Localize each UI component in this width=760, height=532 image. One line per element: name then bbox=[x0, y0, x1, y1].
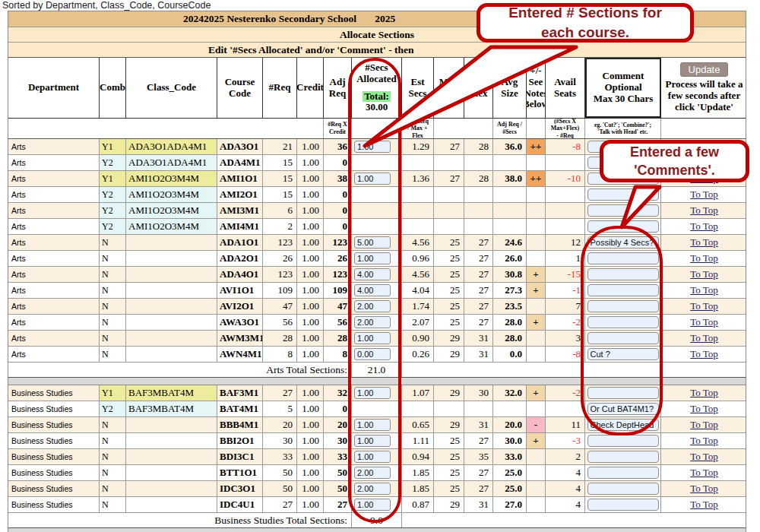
to-top-link[interactable]: To Top bbox=[690, 451, 718, 463]
comment-input[interactable] bbox=[587, 348, 659, 360]
table-row: ArtsNAVI1O11091.001094.04252727.3+-1To T… bbox=[8, 283, 746, 299]
to-top-link[interactable]: To Top bbox=[690, 403, 718, 415]
class-code-cell bbox=[126, 283, 217, 298]
sub-header-blank3 bbox=[527, 119, 546, 138]
comb-cell: N bbox=[100, 315, 126, 330]
col-header-avg-size: Avg Size bbox=[493, 58, 527, 118]
secs-allocated-input[interactable] bbox=[354, 284, 391, 296]
comment-input[interactable] bbox=[587, 284, 659, 296]
comment-input[interactable] bbox=[587, 467, 659, 479]
plus-minus-cell bbox=[527, 235, 546, 250]
comment-input[interactable] bbox=[587, 419, 659, 431]
table-row: Business StudiesNBBI2O1301.00301.1125273… bbox=[8, 433, 746, 449]
est-secs-cell: 0.87 bbox=[402, 497, 434, 512]
secs-allocated-input[interactable] bbox=[354, 173, 391, 185]
to-top-link[interactable]: To Top bbox=[690, 332, 718, 344]
comment-input[interactable] bbox=[587, 387, 659, 399]
avg-size-cell bbox=[493, 203, 527, 218]
class-code-cell: AMI1O2O3M4M bbox=[126, 219, 217, 234]
max-size-cell bbox=[434, 203, 464, 218]
secs-allocated-input[interactable] bbox=[354, 236, 391, 249]
class-code-cell: BAF3MBAT4M bbox=[126, 401, 217, 416]
adj-req-cell: 0 bbox=[324, 219, 352, 234]
secs-allocated-input[interactable] bbox=[354, 435, 391, 447]
comment-input[interactable] bbox=[587, 451, 659, 463]
secs-allocated-input[interactable] bbox=[354, 300, 391, 312]
secs-allocated-input[interactable] bbox=[354, 419, 391, 431]
avg-size-cell: 25.0 bbox=[493, 465, 527, 480]
max-size-cell: 25 bbox=[434, 481, 464, 496]
comment-input[interactable] bbox=[587, 252, 659, 264]
to-top-link[interactable]: To Top bbox=[690, 188, 718, 201]
comment-input[interactable] bbox=[587, 236, 659, 249]
comment-input[interactable] bbox=[587, 483, 659, 495]
course-code-cell: ADA4O1 bbox=[217, 267, 263, 282]
adj-req-cell: 36 bbox=[324, 139, 352, 154]
comment-input[interactable] bbox=[587, 268, 659, 280]
max-size-cell: 29 bbox=[434, 331, 464, 346]
plus-minus-cell bbox=[527, 465, 546, 480]
update-button[interactable]: Update bbox=[680, 62, 729, 77]
sub-header-blank4 bbox=[661, 119, 747, 138]
secs-allocated-input[interactable] bbox=[354, 467, 391, 479]
credit-cell: 1.00 bbox=[297, 203, 324, 218]
to-top-link[interactable]: To Top bbox=[690, 204, 718, 217]
secs-allocated-input[interactable] bbox=[354, 316, 391, 328]
secs-allocated-input[interactable] bbox=[354, 141, 391, 153]
to-top-link[interactable]: To Top bbox=[690, 467, 718, 479]
course-code-cell: BAT4M1 bbox=[217, 401, 263, 416]
to-top-link[interactable]: To Top bbox=[690, 387, 718, 399]
to-top-link[interactable]: To Top bbox=[690, 316, 718, 328]
secs-allocated-input[interactable] bbox=[354, 252, 391, 264]
max-flex-cell: 35 bbox=[464, 449, 493, 464]
col-header-max-flex: Max Flex bbox=[464, 58, 493, 118]
comment-input[interactable] bbox=[587, 188, 659, 201]
avail-seats-cell: 2 bbox=[546, 449, 585, 464]
to-top-link[interactable]: To Top bbox=[690, 499, 718, 511]
to-top-link[interactable]: To Top bbox=[690, 236, 718, 249]
department-cell: Arts bbox=[8, 347, 100, 362]
to-top-link[interactable]: To Top bbox=[690, 220, 718, 233]
comment-input[interactable] bbox=[587, 220, 659, 233]
comment-input[interactable] bbox=[587, 403, 659, 415]
comment-input[interactable] bbox=[587, 332, 659, 344]
secs-allocated-input[interactable] bbox=[354, 348, 391, 360]
course-code-cell: BBB4M1 bbox=[217, 417, 263, 432]
avail-seats-cell: -2 bbox=[546, 385, 585, 401]
num-req-cell: 6 bbox=[263, 203, 297, 218]
department-cell: Arts bbox=[8, 187, 100, 202]
comment-input[interactable] bbox=[587, 316, 659, 328]
max-flex-cell: 31 bbox=[464, 417, 493, 432]
avail-seats-cell: -15 bbox=[546, 267, 585, 282]
secs-allocated-input[interactable] bbox=[354, 387, 391, 399]
secs-allocated-input[interactable] bbox=[354, 332, 391, 344]
to-top-link[interactable]: To Top bbox=[690, 268, 718, 280]
sort-order-note: Sorted by Department, Class_Code, Course… bbox=[2, 0, 211, 11]
secs-allocated-input[interactable] bbox=[354, 451, 391, 463]
secs-total-value: 30.00 bbox=[366, 102, 388, 113]
comment-input[interactable] bbox=[587, 204, 659, 217]
comment-cell bbox=[585, 299, 661, 314]
comment-input[interactable] bbox=[587, 300, 659, 312]
secs-allocated-cell bbox=[352, 171, 402, 186]
to-top-link[interactable]: To Top bbox=[690, 252, 718, 264]
to-top-cell: To Top bbox=[661, 481, 747, 496]
secs-allocated-label: #Secs Allocated bbox=[356, 62, 397, 85]
to-top-link[interactable]: To Top bbox=[690, 419, 718, 431]
class-code-cell bbox=[126, 481, 217, 496]
credit-cell: 1.00 bbox=[297, 385, 324, 401]
credit-cell: 1.00 bbox=[297, 187, 324, 202]
secs-allocated-input[interactable] bbox=[354, 499, 391, 511]
credit-cell: 1.00 bbox=[297, 235, 324, 250]
avg-size-cell: 27.0 bbox=[493, 497, 527, 512]
comment-input[interactable] bbox=[587, 435, 659, 447]
to-top-link[interactable]: To Top bbox=[690, 348, 718, 360]
to-top-link[interactable]: To Top bbox=[690, 483, 718, 495]
secs-allocated-input[interactable] bbox=[354, 268, 391, 280]
comment-input[interactable] bbox=[587, 499, 659, 511]
to-top-link[interactable]: To Top bbox=[690, 300, 718, 312]
secs-allocated-input[interactable] bbox=[354, 483, 391, 495]
to-top-link[interactable]: To Top bbox=[690, 284, 718, 296]
class-code-cell bbox=[126, 465, 217, 480]
to-top-link[interactable]: To Top bbox=[690, 435, 718, 447]
